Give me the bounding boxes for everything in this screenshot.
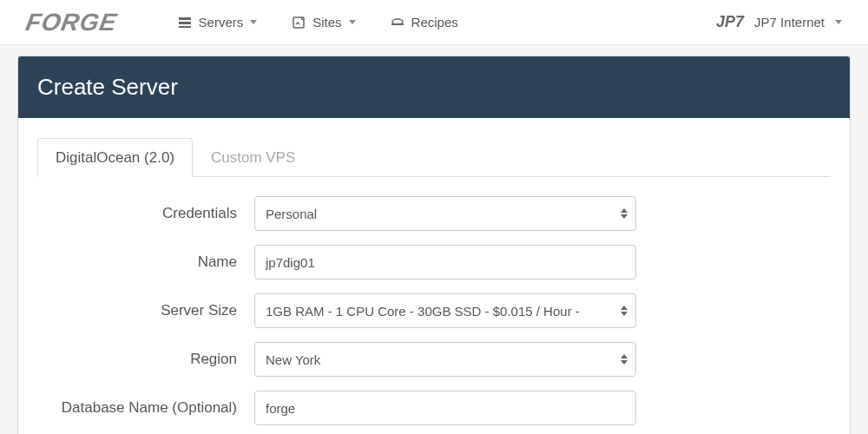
caret-down-icon [349,20,356,24]
credentials-value: Personal [254,196,636,231]
row-database-name: Database Name (Optional) [37,391,831,425]
sites-icon [292,16,306,30]
svg-rect-0 [179,17,191,20]
main-nav: Servers Sites Recipes [178,15,458,30]
caret-down-icon [250,20,257,24]
row-name: Name [37,245,831,279]
nav-servers[interactable]: Servers [178,15,258,30]
panel-body: DigitalOcean (2.0) Custom VPS Credential… [18,118,850,434]
label-credentials: Credentials [37,205,254,222]
nav-sites-label: Sites [312,15,341,30]
row-server-size: Server Size 1GB RAM - 1 CPU Core - 30GB … [37,293,831,328]
logo: FORGE [23,9,119,36]
credentials-select[interactable]: Personal [254,196,636,231]
region-value: New York [254,342,636,377]
database-name-input[interactable] [254,391,636,425]
account-menu[interactable]: JP7 JP7 Internet [716,13,842,31]
nav-recipes-label: Recipes [411,15,458,30]
row-credentials: Credentials Personal [37,196,831,231]
page-container: Create Server DigitalOcean (2.0) Custom … [0,45,868,434]
name-input[interactable] [254,245,636,279]
label-server-size: Server Size [37,302,254,319]
server-size-select[interactable]: 1GB RAM - 1 CPU Core - 30GB SSD - $0.015… [254,293,636,328]
topbar: FORGE Servers Sites Recipes JP7 JP7 Inte… [0,0,868,45]
nav-servers-label: Servers [199,15,244,30]
label-database-name: Database Name (Optional) [37,399,254,417]
provider-tabs: DigitalOcean (2.0) Custom VPS [37,137,831,177]
page-title: Create Server [18,56,850,118]
recipes-icon [391,16,404,30]
tab-digitalocean[interactable]: DigitalOcean (2.0) [37,138,193,177]
region-select[interactable]: New York [254,342,636,377]
account-brand-icon: JP7 [716,13,744,31]
svg-rect-2 [179,26,191,28]
label-region: Region [37,351,254,368]
nav-sites[interactable]: Sites [292,15,355,30]
server-size-value: 1GB RAM - 1 CPU Core - 30GB SSD - $0.015… [254,293,636,328]
row-region: Region New York [37,342,831,377]
nav-recipes[interactable]: Recipes [391,15,458,30]
svg-rect-5 [391,23,404,25]
servers-icon [178,16,192,30]
account-name-label: JP7 Internet [754,15,825,30]
tab-custom-vps[interactable]: Custom VPS [193,138,313,177]
label-name: Name [37,253,254,271]
caret-down-icon [835,20,842,24]
create-server-panel: Create Server DigitalOcean (2.0) Custom … [17,56,851,434]
svg-rect-1 [179,22,191,24]
